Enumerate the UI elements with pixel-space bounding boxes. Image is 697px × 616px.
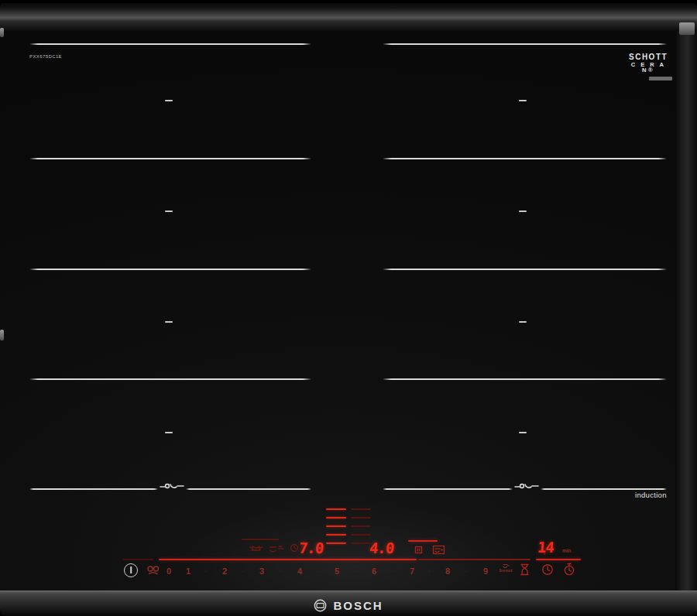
bosch-wordmark: BOSCH [333,599,383,612]
flexzone-segment-right[interactable] [351,508,371,510]
frying-sensor-icon[interactable] [432,545,445,555]
induction-cooktop: PXX675DC1E SCHOTT C E R A N® induction [0,0,697,616]
timer-hourglass-icon[interactable] [520,563,530,576]
timer-underline [536,559,581,560]
slider-track-active[interactable] [159,559,417,560]
power-icon[interactable] [124,563,138,577]
slider-separator: · [317,567,319,575]
slider-number-3[interactable]: 3 [259,566,264,576]
zone-line [383,378,667,380]
slider-separator: · [391,567,393,575]
zone-line [383,158,667,159]
bosch-symbol-icon [314,599,327,612]
slider-separator: · [465,567,467,575]
slider-number-8[interactable]: 8 [445,566,450,576]
zone-timer-icon[interactable] [290,543,299,553]
left-hinge-mark-mid [0,330,4,341]
induction-label: induction [635,491,667,499]
flexzone-segment-left[interactable] [326,525,346,527]
flexzone-segment-left[interactable] [326,534,346,536]
left-hinge-mark-top [0,28,4,37]
timer-unit-label: min [562,548,572,553]
model-number: PXX675DC1E [29,54,62,59]
pause-icon[interactable] [414,546,423,554]
right-zone-power-display: 4.0 [369,539,394,556]
slider-track-inactive[interactable] [418,559,530,560]
slider-separator: · [242,567,244,575]
slider-separator: · [354,567,356,575]
slider-number-9[interactable]: 9 [483,566,488,576]
flexzone-segment-right[interactable] [351,542,371,544]
flexzone-segment-right[interactable] [351,517,371,518]
top-edge-trim [0,3,697,31]
pot-icon[interactable] [249,543,263,553]
slider-separator: · [204,567,207,575]
slider-number-6[interactable]: 6 [372,566,376,576]
child-lock-icon[interactable] [146,564,161,576]
slider-number-4[interactable]: 4 [297,566,302,576]
pan-detection-icon [159,481,185,491]
slider-number-5[interactable]: 5 [335,566,339,576]
zone-line [541,488,667,490]
zone-line [186,488,311,490]
front-trim-bar: BOSCH [0,590,697,616]
flexzone-segment-left[interactable] [326,542,346,544]
flexzone-segment-left[interactable] [326,517,346,518]
slider-number-0[interactable]: 0 [167,566,171,576]
zone-line [29,378,311,380]
serial-sticker [649,77,672,80]
function-underline [408,540,438,542]
move-pan-icon[interactable] [269,544,284,553]
zone-line [383,43,667,45]
left-zone-power-display: 7.0 [298,539,324,556]
boost-key[interactable]: boost [496,563,515,573]
schott-logo-line1: SCHOTT [629,53,668,62]
slider-separator: · [279,567,281,575]
zone-line [383,488,513,490]
slider-separator: · [428,567,431,575]
pot-function-underline [242,539,279,540]
zone-line [29,158,311,159]
pan-detection-icon [513,481,540,491]
flexzone-segment-right[interactable] [351,525,371,527]
zone-line [29,488,158,490]
zone-line [29,269,311,270]
timer-select-marker: ▾ [543,551,546,557]
glass-surface [0,31,675,590]
slider-number-7[interactable]: 7 [410,566,414,576]
zone-line [29,43,311,45]
zone-centre-mark [165,432,173,433]
stopwatch-icon[interactable] [563,563,575,576]
kitchen-timer-icon[interactable] [541,563,554,576]
zone-centre-mark [165,210,173,212]
zone-centre-mark [519,210,527,212]
zone-centre-mark [519,321,527,323]
right-hinge-mark [679,22,695,35]
slider-track-start[interactable] [122,559,153,560]
schott-logo-line2: C E R A N® [629,62,668,74]
zone-centre-mark [519,432,527,433]
zone-centre-mark [165,321,173,323]
boost-label: boost [496,568,515,573]
zone-centre-mark [165,100,173,101]
zone-centre-mark [519,100,527,101]
right-edge-trim [675,31,697,590]
zone-line [383,269,667,270]
flexzone-segment-left[interactable] [326,508,346,510]
flexzone-segment-right[interactable] [351,534,371,536]
slider-number-1[interactable]: 1 [186,566,191,576]
schott-ceran-logo: SCHOTT C E R A N® [629,53,668,74]
bosch-logo: BOSCH [0,599,697,612]
slider-number-2[interactable]: 2 [222,566,227,576]
